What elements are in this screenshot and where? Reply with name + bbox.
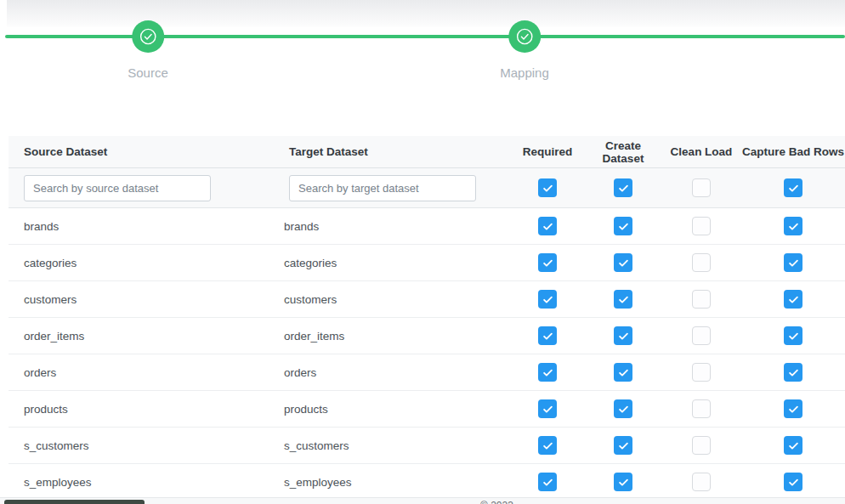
clean-load-checkbox[interactable] (692, 436, 711, 455)
source-dataset-cell: orders (9, 366, 274, 379)
target-dataset-cell: products (274, 403, 510, 416)
capture-bad-rows-checkbox[interactable] (784, 363, 802, 382)
target-dataset-cell: s_employees (274, 476, 510, 489)
clean-load-checkbox[interactable] (692, 399, 711, 418)
required-checkbox[interactable] (538, 363, 557, 382)
column-header-clean-load: Clean Load (661, 145, 741, 158)
source-dataset-cell: products (9, 403, 274, 416)
target-dataset-cell: customers (274, 293, 510, 306)
create-dataset-checkbox[interactable] (614, 326, 632, 345)
dataset-mapping-page: Source Mapping Source Dataset Target Dat… (0, 0, 845, 504)
step-source-label: Source (128, 65, 168, 80)
step-mapping-check-circle-icon[interactable] (508, 20, 541, 53)
source-dataset-cell: categories (9, 257, 274, 269)
source-dataset-cell: brands (9, 220, 274, 233)
step-mapping[interactable]: Mapping (500, 20, 549, 80)
required-checkbox[interactable] (538, 326, 557, 345)
source-dataset-cell: s_customers (9, 439, 274, 452)
source-dataset-search-input[interactable] (24, 175, 211, 201)
create-dataset-checkbox[interactable] (614, 253, 632, 272)
create-dataset-select-all-checkbox[interactable] (614, 178, 632, 197)
table-header-row: Source Dataset Target Dataset Required C… (9, 136, 845, 168)
table-body: brands brands (9, 208, 845, 501)
capture-bad-rows-checkbox[interactable] (784, 473, 802, 491)
required-checkbox[interactable] (538, 473, 557, 491)
capture-bad-rows-checkbox[interactable] (784, 436, 802, 455)
capture-bad-rows-checkbox[interactable] (784, 399, 802, 418)
target-dataset-cell: categories (274, 257, 510, 269)
required-checkbox[interactable] (538, 436, 557, 455)
target-dataset-cell: orders (274, 366, 510, 379)
column-header-required: Required (510, 145, 585, 158)
table-row: orders orders (9, 354, 845, 391)
step-mapping-label: Mapping (500, 65, 549, 80)
wizard-stepper: Source Mapping (0, 0, 845, 93)
table-row: products products (9, 391, 845, 428)
required-checkbox[interactable] (538, 253, 557, 272)
target-dataset-search-input[interactable] (289, 175, 476, 201)
required-checkbox[interactable] (538, 290, 557, 309)
clean-load-checkbox[interactable] (692, 473, 711, 491)
source-dataset-cell: order_items (9, 330, 274, 343)
clean-load-select-all-checkbox[interactable] (692, 178, 711, 197)
target-dataset-cell: order_items (274, 330, 510, 343)
table-row: customers customers (9, 281, 845, 318)
horizontal-scrollbar-thumb[interactable] (4, 500, 145, 504)
target-dataset-cell: s_customers (274, 439, 510, 452)
create-dataset-checkbox[interactable] (614, 473, 632, 491)
clean-load-checkbox[interactable] (692, 217, 711, 235)
clean-load-checkbox[interactable] (692, 253, 711, 272)
column-header-source-dataset: Source Dataset (9, 145, 274, 158)
table-row: brands brands (9, 208, 845, 245)
step-source[interactable]: Source (128, 20, 168, 80)
capture-bad-rows-select-all-checkbox[interactable] (784, 178, 802, 197)
clean-load-checkbox[interactable] (692, 326, 711, 345)
required-checkbox[interactable] (538, 217, 557, 235)
source-dataset-cell: s_employees (9, 476, 274, 489)
capture-bad-rows-checkbox[interactable] (784, 253, 802, 272)
clean-load-checkbox[interactable] (692, 290, 711, 309)
create-dataset-checkbox[interactable] (614, 436, 632, 455)
table-row: s_customers s_customers (9, 428, 845, 464)
copyright-text: © 2023 (480, 500, 513, 504)
source-dataset-cell: customers (9, 293, 274, 306)
mapping-table: Source Dataset Target Dataset Required C… (9, 136, 845, 501)
column-header-target-dataset: Target Dataset (274, 145, 510, 158)
capture-bad-rows-checkbox[interactable] (784, 290, 802, 309)
create-dataset-checkbox[interactable] (614, 363, 632, 382)
capture-bad-rows-checkbox[interactable] (784, 217, 802, 235)
table-row: order_items order_items (9, 318, 845, 354)
capture-bad-rows-checkbox[interactable] (784, 326, 802, 345)
create-dataset-checkbox[interactable] (614, 217, 632, 235)
create-dataset-checkbox[interactable] (614, 290, 632, 309)
target-dataset-cell: brands (274, 220, 510, 233)
step-source-check-circle-icon[interactable] (132, 20, 164, 53)
table-row: categories categories (9, 245, 845, 281)
column-header-create-dataset: Create Dataset (585, 139, 661, 165)
column-header-capture-bad-rows: Capture Bad Rows (741, 145, 845, 158)
required-checkbox[interactable] (538, 399, 557, 418)
create-dataset-checkbox[interactable] (614, 399, 632, 418)
required-select-all-checkbox[interactable] (538, 178, 557, 197)
footer-strip: © 2023 (0, 497, 845, 504)
table-row: s_employees s_employees (9, 464, 845, 501)
table-filter-row (9, 168, 845, 208)
clean-load-checkbox[interactable] (692, 363, 711, 382)
